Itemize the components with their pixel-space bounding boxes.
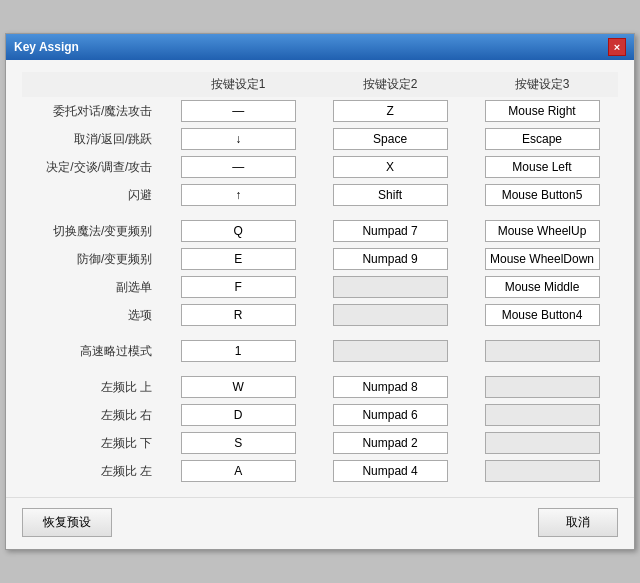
key-cell-6-3[interactable] bbox=[466, 273, 618, 301]
key-cell-8-3[interactable] bbox=[466, 337, 618, 365]
main-content: 按键设定1 按键设定2 按键设定3 委托对话/魔法攻击取消/返回/跳跃决定/交谈… bbox=[6, 60, 634, 497]
key-input-2-2[interactable] bbox=[333, 156, 448, 178]
key-input-7-3[interactable] bbox=[485, 304, 600, 326]
key-cell-0-3[interactable] bbox=[466, 97, 618, 125]
key-cell-10-3[interactable] bbox=[466, 401, 618, 429]
key-input-9-2[interactable] bbox=[333, 376, 448, 398]
key-cell-3-1[interactable] bbox=[162, 181, 314, 209]
key-input-1-1[interactable] bbox=[181, 128, 296, 150]
table-row: 左频比 右 bbox=[22, 401, 618, 429]
table-row: 左频比 左 bbox=[22, 457, 618, 485]
key-input-1-2[interactable] bbox=[333, 128, 448, 150]
key-cell-12-1[interactable] bbox=[162, 457, 314, 485]
key-input-3-2[interactable] bbox=[333, 184, 448, 206]
key-input-0-3[interactable] bbox=[485, 100, 600, 122]
key-input-5-1[interactable] bbox=[181, 248, 296, 270]
cancel-button[interactable]: 取消 bbox=[538, 508, 618, 537]
key-input-11-3[interactable] bbox=[485, 432, 600, 454]
key-table-container: 按键设定1 按键设定2 按键设定3 委托对话/魔法攻击取消/返回/跳跃决定/交谈… bbox=[22, 72, 618, 485]
key-input-10-3[interactable] bbox=[485, 404, 600, 426]
key-input-2-1[interactable] bbox=[181, 156, 296, 178]
table-row: 切换魔法/变更频别 bbox=[22, 217, 618, 245]
key-input-12-3[interactable] bbox=[485, 460, 600, 482]
key-input-8-2[interactable] bbox=[333, 340, 448, 362]
key-cell-7-3[interactable] bbox=[466, 301, 618, 329]
key-input-9-3[interactable] bbox=[485, 376, 600, 398]
key-cell-7-2[interactable] bbox=[314, 301, 466, 329]
key-cell-11-3[interactable] bbox=[466, 429, 618, 457]
table-row: 选项 bbox=[22, 301, 618, 329]
key-input-4-3[interactable] bbox=[485, 220, 600, 242]
restore-defaults-button[interactable]: 恢复预设 bbox=[22, 508, 112, 537]
key-input-4-1[interactable] bbox=[181, 220, 296, 242]
key-input-6-2[interactable] bbox=[333, 276, 448, 298]
key-cell-0-2[interactable] bbox=[314, 97, 466, 125]
key-cell-4-3[interactable] bbox=[466, 217, 618, 245]
key-cell-5-2[interactable] bbox=[314, 245, 466, 273]
table-row: 副选单 bbox=[22, 273, 618, 301]
key-input-11-2[interactable] bbox=[333, 432, 448, 454]
key-cell-10-2[interactable] bbox=[314, 401, 466, 429]
row-label: 左频比 上 bbox=[22, 373, 162, 401]
key-input-10-2[interactable] bbox=[333, 404, 448, 426]
key-cell-1-1[interactable] bbox=[162, 125, 314, 153]
key-input-9-1[interactable] bbox=[181, 376, 296, 398]
key-cell-10-1[interactable] bbox=[162, 401, 314, 429]
key-cell-11-1[interactable] bbox=[162, 429, 314, 457]
key-cell-9-3[interactable] bbox=[466, 373, 618, 401]
key-input-3-3[interactable] bbox=[485, 184, 600, 206]
table-header-row: 按键设定1 按键设定2 按键设定3 bbox=[22, 72, 618, 97]
key-cell-7-1[interactable] bbox=[162, 301, 314, 329]
key-input-4-2[interactable] bbox=[333, 220, 448, 242]
key-input-5-2[interactable] bbox=[333, 248, 448, 270]
key-input-3-1[interactable] bbox=[181, 184, 296, 206]
key-input-8-3[interactable] bbox=[485, 340, 600, 362]
key-cell-3-3[interactable] bbox=[466, 181, 618, 209]
key-cell-2-1[interactable] bbox=[162, 153, 314, 181]
table-separator bbox=[22, 365, 618, 373]
key-cell-5-3[interactable] bbox=[466, 245, 618, 273]
key-cell-5-1[interactable] bbox=[162, 245, 314, 273]
key-input-0-2[interactable] bbox=[333, 100, 448, 122]
key-cell-12-2[interactable] bbox=[314, 457, 466, 485]
key-cell-8-2[interactable] bbox=[314, 337, 466, 365]
key-cell-8-1[interactable] bbox=[162, 337, 314, 365]
table-row: 左频比 上 bbox=[22, 373, 618, 401]
key-cell-6-2[interactable] bbox=[314, 273, 466, 301]
table-row: 防御/变更频别 bbox=[22, 245, 618, 273]
key-input-1-3[interactable] bbox=[485, 128, 600, 150]
row-label: 高速略过模式 bbox=[22, 337, 162, 365]
key-cell-6-1[interactable] bbox=[162, 273, 314, 301]
key-cell-9-1[interactable] bbox=[162, 373, 314, 401]
key-input-2-3[interactable] bbox=[485, 156, 600, 178]
key-input-5-3[interactable] bbox=[485, 248, 600, 270]
key-cell-3-2[interactable] bbox=[314, 181, 466, 209]
row-label: 左频比 下 bbox=[22, 429, 162, 457]
key-cell-4-2[interactable] bbox=[314, 217, 466, 245]
table-row: 闪避 bbox=[22, 181, 618, 209]
table-separator bbox=[22, 329, 618, 337]
row-label: 左频比 左 bbox=[22, 457, 162, 485]
key-cell-1-2[interactable] bbox=[314, 125, 466, 153]
key-input-12-2[interactable] bbox=[333, 460, 448, 482]
key-cell-2-3[interactable] bbox=[466, 153, 618, 181]
key-cell-0-1[interactable] bbox=[162, 97, 314, 125]
key-input-6-3[interactable] bbox=[485, 276, 600, 298]
key-cell-9-2[interactable] bbox=[314, 373, 466, 401]
key-input-7-1[interactable] bbox=[181, 304, 296, 326]
key-cell-1-3[interactable] bbox=[466, 125, 618, 153]
header-key3: 按键设定3 bbox=[466, 72, 618, 97]
key-input-8-1[interactable] bbox=[181, 340, 296, 362]
key-input-0-1[interactable] bbox=[181, 100, 296, 122]
key-cell-2-2[interactable] bbox=[314, 153, 466, 181]
key-input-11-1[interactable] bbox=[181, 432, 296, 454]
key-cell-12-3[interactable] bbox=[466, 457, 618, 485]
close-button[interactable]: × bbox=[608, 38, 626, 56]
key-cell-11-2[interactable] bbox=[314, 429, 466, 457]
key-input-7-2[interactable] bbox=[333, 304, 448, 326]
key-cell-4-1[interactable] bbox=[162, 217, 314, 245]
row-label: 切换魔法/变更频别 bbox=[22, 217, 162, 245]
key-input-6-1[interactable] bbox=[181, 276, 296, 298]
key-input-10-1[interactable] bbox=[181, 404, 296, 426]
key-input-12-1[interactable] bbox=[181, 460, 296, 482]
